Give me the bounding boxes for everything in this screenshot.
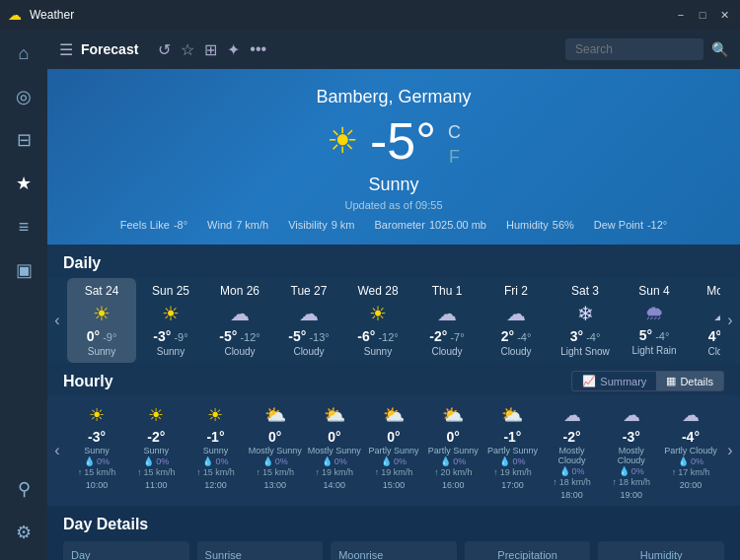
sidebar-item-home[interactable]: ⌂ — [4, 34, 43, 73]
day-weather-icon: ☀ — [140, 302, 201, 325]
daily-cards: Sat 24 ☀ 0° -9° Sunny Sun 25 ☀ -3° -9° S… — [67, 278, 720, 363]
day-condition: Cloudy — [485, 346, 547, 357]
hour-time: 13:00 — [249, 480, 302, 490]
hour-card[interactable]: ☁ -2° Mostly Cloudy 💧 0% ↑ 18 km/h 18:00 — [543, 395, 602, 506]
hour-icon: ☁ — [546, 404, 599, 426]
day-weather-icon: ☀ — [347, 302, 408, 325]
search-button[interactable]: 🔍 — [711, 41, 728, 57]
sidebar: ⌂ ◎ ⊟ ★ ≡ ▣ ⚲ ⚙ — [0, 30, 47, 560]
hour-icon: ☀ — [188, 404, 242, 426]
hour-wind: 15 km/h — [262, 467, 294, 477]
hour-card[interactable]: ⛅ 0° Mostly Sunny 💧 0% ↑ 15 km/h 13:00 — [246, 395, 305, 506]
hour-icon: ☀ — [70, 404, 123, 426]
pin-icon[interactable]: ⊞ — [204, 40, 217, 59]
hour-time: 11:00 — [129, 480, 183, 490]
current-temp: -5° — [370, 111, 436, 171]
sidebar-item-map[interactable]: ⊟ — [4, 120, 43, 160]
sidebar-item-alert[interactable]: ⚲ — [4, 469, 43, 509]
day-weather-icon: ❄ — [555, 302, 616, 325]
more-icon[interactable]: ••• — [250, 40, 266, 59]
hour-precip: 0% — [572, 466, 585, 476]
wind-arrow-icon: ↑ — [316, 467, 321, 477]
hourly-cards: ☀ -3° Sunny 💧 0% ↑ 15 km/h 10:00 ☀ -2° S… — [67, 395, 720, 506]
hour-card[interactable]: ☀ -2° Sunny 💧 0% ↑ 15 km/h 11:00 — [126, 395, 185, 506]
day-name: Tue 27 — [278, 284, 339, 298]
day-card[interactable]: Sat 24 ☀ 0° -9° Sunny — [67, 278, 136, 363]
daily-prev-button[interactable]: ‹ — [47, 312, 67, 329]
hour-precip: 0% — [631, 466, 644, 476]
hour-card[interactable]: ☁ -3° Mostly Cloudy 💧 0% ↑ 18 km/h 19:00 — [602, 395, 661, 506]
day-card[interactable]: Tue 27 ☁ -5° -13° Cloudy — [274, 278, 343, 363]
hourly-prev-button[interactable]: ‹ — [47, 442, 67, 459]
humidity-card-label: Humidity — [640, 549, 683, 560]
day-card[interactable]: Sat 3 ❄ 3° -4° Light Snow — [551, 278, 620, 363]
day-weather-icon: ☀ — [71, 302, 132, 325]
hourly-next-button[interactable]: › — [720, 442, 740, 459]
hour-card[interactable]: ⛅ 0° Partly Sunny 💧 0% ↑ 20 km/h 16:00 — [423, 395, 482, 506]
day-card[interactable]: Sun 25 ☀ -3° -9° Sunny — [136, 278, 205, 363]
close-button[interactable]: ✕ — [716, 7, 732, 23]
wind-arrow-icon: ↑ — [553, 477, 557, 487]
hour-card[interactable]: ☀ -3° Sunny 💧 0% ↑ 15 km/h 10:00 — [67, 395, 126, 506]
refresh-icon[interactable]: ↺ — [158, 40, 171, 59]
maximize-button[interactable]: □ — [695, 7, 710, 23]
day-high: -3° — [153, 328, 171, 344]
city-name: Bamberg, Germany — [67, 87, 720, 107]
menu-icon[interactable]: ☰ — [59, 40, 73, 59]
search-input[interactable] — [565, 38, 703, 60]
hour-temp: -2° — [129, 429, 183, 445]
list-icon: ▦ — [666, 375, 676, 387]
wind-arrow-icon: ↑ — [78, 467, 83, 477]
day-condition: Sunny — [347, 346, 408, 357]
hour-card[interactable]: ☁ -4° Partly Cloudy 💧 0% ↑ 17 km/h 20:00 — [661, 395, 720, 506]
hour-wind: 17 km/h — [678, 467, 709, 477]
hour-time: 17:00 — [485, 480, 539, 490]
day-card[interactable]: Mon 26 ☁ -5° -12° Cloudy — [205, 278, 274, 363]
sidebar-item-history[interactable]: ▣ — [4, 250, 43, 290]
minimize-button[interactable]: − — [673, 7, 689, 23]
hour-time: 18:00 — [546, 490, 599, 500]
toolbar-icons: ↺ ☆ ⊞ ✦ ••• — [158, 40, 266, 59]
hero-section: Bamberg, Germany ☀ -5° C F Sunny Updated… — [47, 69, 740, 245]
hour-temp: -4° — [664, 429, 717, 445]
updated-time: Updated as of 09:55 — [67, 199, 720, 211]
summary-toggle[interactable]: 📈 Summary — [572, 372, 656, 390]
sidebar-item-settings[interactable]: ⚙ — [4, 513, 43, 552]
hour-temp: -3° — [605, 429, 658, 445]
hour-precip: 0% — [97, 456, 110, 466]
day-name: Thu 1 — [416, 284, 478, 298]
hour-time: 10:00 — [70, 480, 123, 490]
day-card[interactable]: Fri 2 ☁ 2° -4° Cloudy — [481, 278, 551, 363]
sidebar-item-news[interactable]: ≡ — [4, 207, 43, 246]
sidebar-item-forecast[interactable]: ★ — [4, 164, 43, 203]
hour-temp: -3° — [70, 429, 123, 445]
humidity-card: Humidity 31% UV Index Max Wind — [598, 541, 724, 560]
day-weather-icon: ☁ — [416, 302, 478, 325]
humidity-detail: Humidity 56% — [506, 219, 574, 231]
wind-arrow-icon: ↑ — [434, 467, 439, 477]
sidebar-item-location[interactable]: ◎ — [4, 77, 43, 116]
hourly-header: Hourly 📈 Summary ▦ Details — [47, 363, 740, 395]
hour-card[interactable]: ⛅ 0° Mostly Sunny 💧 0% ↑ 19 km/h 14:00 — [305, 395, 364, 506]
sun-icon[interactable]: ✦ — [227, 40, 240, 59]
day-high: 5° — [639, 327, 652, 343]
hour-icon: ⛅ — [426, 404, 480, 426]
hour-card[interactable]: ⛅ -1° Partly Sunny 💧 0% ↑ 19 km/h 17:00 — [482, 395, 542, 506]
hour-temp: 0° — [308, 429, 361, 445]
star-icon[interactable]: ☆ — [181, 40, 194, 59]
day-low: -9° — [174, 331, 187, 343]
feels-like: Feels Like -8° — [120, 219, 187, 231]
hour-time: 12:00 — [188, 480, 242, 490]
daily-next-button[interactable]: › — [720, 312, 740, 329]
hour-precip: 0% — [453, 456, 466, 466]
hour-card[interactable]: ☀ -1° Sunny 💧 0% ↑ 15 km/h 12:00 — [185, 395, 245, 506]
day-card[interactable]: Sun 4 🌧 5° -4° Light Rain — [620, 278, 689, 363]
hour-temp: -1° — [188, 429, 242, 445]
day-card[interactable]: Mon 5 ☁ 4° -4° Cloudy — [689, 278, 720, 363]
hour-card[interactable]: ⛅ 0° Partly Sunny 💧 0% ↑ 19 km/h 15:00 — [364, 395, 423, 506]
day-high: -5° — [288, 328, 306, 344]
hour-wind: 19 km/h — [381, 467, 412, 477]
day-card[interactable]: Wed 28 ☀ -6° -12° Sunny — [343, 278, 412, 363]
day-card[interactable]: Thu 1 ☁ -2° -7° Cloudy — [412, 278, 481, 363]
details-toggle[interactable]: ▦ Details — [656, 372, 723, 390]
